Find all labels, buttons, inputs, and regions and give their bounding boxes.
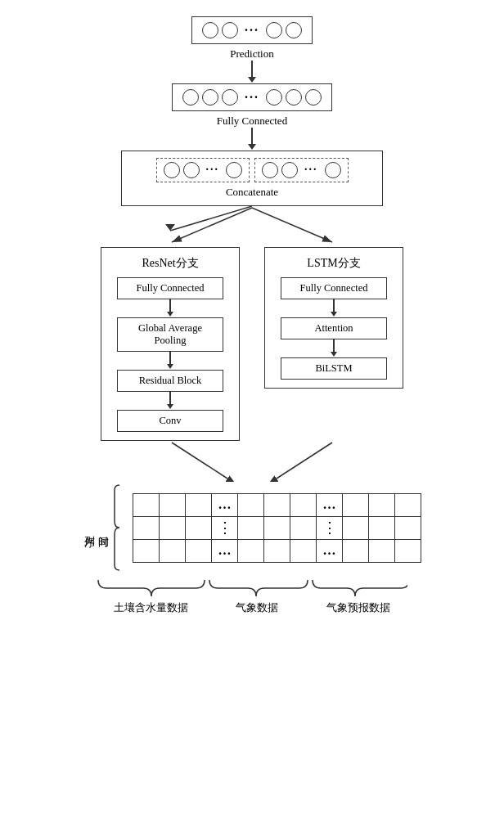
fc-dots: ··· (241, 90, 263, 105)
fc-circle-1 (182, 89, 199, 106)
branches-to-data-arrows (97, 441, 407, 482)
resnet-branch: ResNet分支 Fully Connected Global AverageP… (101, 247, 240, 441)
cell-r3c1 (133, 539, 160, 562)
fc-label: Fully Connected (217, 115, 287, 128)
fc-circle-3 (222, 89, 238, 106)
fc-circle-5 (286, 89, 302, 106)
cell-r1c7 (290, 493, 317, 516)
cell-r2c8-vdots: ⋮ (317, 516, 343, 539)
cell-r3c5 (238, 539, 264, 562)
lstm-arrow-1 (331, 299, 337, 317)
cc6 (325, 162, 341, 178)
cell-r1c1 (133, 493, 160, 516)
resnet-arrow-3 (167, 392, 173, 410)
cell-r3c10 (369, 539, 395, 562)
cell-r2c1 (133, 516, 160, 539)
bottom-braces-svg (97, 577, 407, 600)
left-brace-svg (111, 482, 123, 573)
cell-r1c11 (395, 493, 421, 516)
time-series-label-area: 时间序列 (83, 482, 124, 573)
cell-r3c6 (264, 539, 290, 562)
resnet-rb: Residual Block (117, 370, 223, 392)
lstm-arrow-2 (331, 339, 337, 357)
svg-line-3 (172, 208, 252, 242)
concat-to-branches-arrows (97, 206, 407, 247)
cell-r1c4-dots: … (212, 493, 238, 516)
table-row-1: … … (133, 493, 421, 516)
svg-line-6 (172, 443, 227, 479)
cell-r1c6 (264, 493, 290, 516)
cell-r3c7 (290, 539, 317, 562)
resnet-arrow-1 (167, 299, 173, 317)
label-soil: 土壤含水量数据 (97, 601, 205, 615)
arrow-pred-to-fc (248, 61, 256, 83)
label-weather-forecast: 气象预报数据 (309, 601, 407, 615)
cell-r3c2 (160, 539, 186, 562)
cell-r3c4-dots: … (212, 539, 238, 562)
table-row-2: ⋮ ⋮ (133, 516, 421, 539)
fc-circle-4 (266, 89, 282, 106)
cc5 (281, 162, 298, 178)
cell-r2c9 (343, 516, 369, 539)
resnet-fc: Fully Connected (117, 277, 223, 299)
table-row-3: … … (133, 539, 421, 562)
branches-area: ResNet分支 Fully Connected Global AverageP… (101, 247, 403, 441)
lstm-fc: Fully Connected (281, 277, 387, 299)
svg-line-4 (252, 208, 332, 242)
concatenate-box: ··· ··· Concatenate (121, 151, 383, 206)
pred-circle-2 (222, 22, 238, 38)
cell-r2c7 (290, 516, 317, 539)
concat-group-right: ··· (254, 158, 349, 182)
pred-dots: ··· (241, 23, 263, 38)
cc-dots2: ··· (301, 164, 322, 177)
cell-r1c3 (186, 493, 212, 516)
cell-r3c9 (343, 539, 369, 562)
cc4 (262, 162, 278, 178)
cell-r2c2 (160, 516, 186, 539)
pred-circle-3 (266, 22, 282, 38)
cell-r2c3 (186, 516, 212, 539)
arrow-fc-to-concat (248, 128, 256, 151)
fc-circle-2 (202, 89, 218, 106)
lstm-branch: LSTM分支 Fully Connected Attention BiLSTM (264, 247, 403, 389)
cell-r3c11 (395, 539, 421, 562)
lstm-attention: Attention (281, 317, 387, 339)
fully-connected-node: ··· (172, 83, 332, 111)
prediction-label: Prediction (230, 47, 273, 61)
svg-line-0 (170, 206, 252, 231)
bottom-labels-row: 土壤含水量数据 气象数据 气象预报数据 (97, 601, 407, 615)
cell-r3c3 (186, 539, 212, 562)
resnet-gap: Global AveragePooling (117, 317, 223, 352)
concat-circles-row: ··· ··· (156, 158, 349, 182)
cell-r1c2 (160, 493, 186, 516)
cell-r3c8-dots: … (317, 539, 343, 562)
label-weather: 气象数据 (205, 601, 309, 615)
cc-dots1: ··· (203, 164, 223, 177)
pred-circle-4 (286, 22, 302, 38)
cell-r2c11 (395, 516, 421, 539)
lstm-bilstm: BiLSTM (281, 357, 387, 380)
cell-r1c8-dots: … (317, 493, 343, 516)
prediction-node: ··· (191, 16, 313, 44)
concatenate-label: Concatenate (226, 186, 278, 199)
cc2 (183, 162, 200, 178)
data-table-wrapper: 时间序列 … … (83, 482, 422, 573)
resnet-conv: Conv (117, 410, 223, 432)
pred-circle-1 (202, 22, 218, 38)
resnet-title: ResNet分支 (142, 256, 198, 271)
cell-r1c9 (343, 493, 369, 516)
bottom-section: 土壤含水量数据 气象数据 气象预报数据 (15, 577, 489, 615)
data-table: … … ⋮ ⋮ (133, 493, 421, 563)
cell-r1c5 (238, 493, 264, 516)
neural-network-diagram: ··· Prediction ··· Fully Connected ··· (15, 16, 489, 615)
cell-r2c5 (238, 516, 264, 539)
cc1 (164, 162, 180, 178)
fc-circle-6 (305, 89, 322, 106)
cell-r2c10 (369, 516, 395, 539)
cell-r2c6 (264, 516, 290, 539)
lstm-title: LSTM分支 (307, 256, 360, 271)
cell-r2c4-vdots: ⋮ (212, 516, 238, 539)
concat-group-left: ··· (156, 158, 250, 182)
resnet-arrow-2 (167, 352, 173, 370)
svg-line-7 (277, 443, 332, 479)
